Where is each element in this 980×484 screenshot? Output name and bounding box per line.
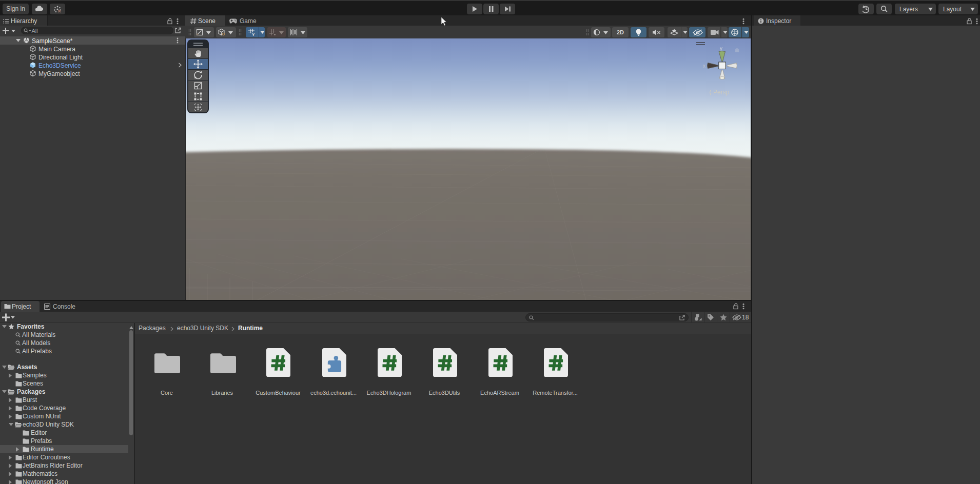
svg-text:y: y: [720, 46, 722, 51]
svg-text:x: x: [703, 63, 705, 69]
svg-text:Y: Y: [252, 32, 255, 36]
